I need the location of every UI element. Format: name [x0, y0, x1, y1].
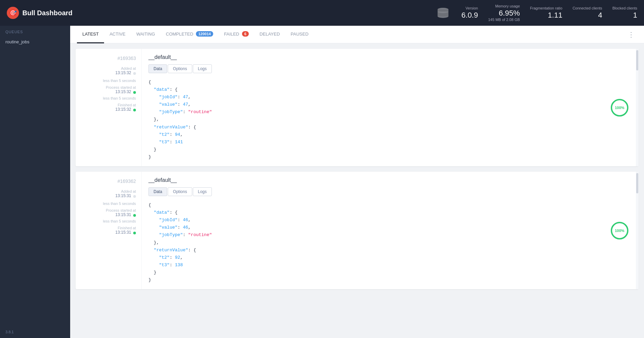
progress-text-1: 100% [615, 229, 624, 233]
dot-added-1 [133, 195, 136, 198]
sidebar-section-queues: QUEUES [0, 26, 70, 36]
wait-label-1: less than 5 seconds [81, 202, 136, 206]
tabs-bar: LATEST ACTIVE WAITING COMPLETED 120014 F… [70, 26, 644, 43]
tab-latest[interactable]: LATEST [77, 26, 104, 43]
job-content-1: __default__ Data Options Logs { "data": … [142, 172, 636, 289]
job-tabs-0: Data Options Logs [148, 64, 629, 73]
logo-icon: 🎯 [7, 7, 19, 19]
finished-time-0: 13:15:32 [115, 107, 131, 112]
dot-added-0 [133, 72, 136, 75]
app-title: Bull Dashboard [22, 9, 73, 17]
stat-fragmentation: Fragmentation ratio 1.11 [530, 6, 562, 20]
job-content-0: __default__ Data Options Logs { "data": … [142, 49, 636, 166]
sidebar: QUEUES routine_jobs 3.8.1 [0, 26, 70, 338]
job-tab-data-1[interactable]: Data [148, 187, 167, 196]
process-label-0: Process started at [81, 85, 136, 89]
process-wait-0: less than 5 seconds [81, 96, 136, 100]
stat-blocked-clients: Blocked clients 1 [612, 6, 637, 20]
added-label-0: Added at [81, 66, 136, 70]
sidebar-version: 3.8.1 [0, 326, 70, 338]
header-stats: Version 6.0.9 Memory usage 6.95% 145 MB … [435, 4, 637, 22]
wait-label-0: less than 5 seconds [81, 79, 136, 83]
scrollbar-thumb-1[interactable] [636, 173, 638, 193]
job-tab-data-0[interactable]: Data [148, 64, 167, 73]
job-meta-0: #169363 Added at 13:15:32 less than 5 se… [76, 49, 142, 166]
tab-failed[interactable]: FAILED 6 [219, 26, 254, 43]
added-time-0: 13:15:32 [115, 70, 131, 75]
process-time-1: 13:15:31 [115, 212, 131, 217]
completed-badge: 120014 [196, 31, 213, 37]
tab-completed[interactable]: COMPLETED 120014 [160, 26, 219, 43]
job-tabs-1: Data Options Logs [148, 187, 629, 196]
scrollbar-thumb-0[interactable] [636, 50, 638, 70]
job-meta-1: #169362 Added at 13:15:31 less than 5 se… [76, 172, 142, 289]
tab-paused[interactable]: PAUSED [285, 26, 314, 43]
tab-delayed[interactable]: DELAYED [254, 26, 285, 43]
added-time-1: 13:15:31 [115, 193, 131, 198]
sidebar-item-routine-jobs[interactable]: routine_jobs [0, 36, 70, 48]
tabs-more-button[interactable]: ⋮ [625, 29, 637, 40]
finished-label-1: Finished at [81, 226, 136, 230]
svg-rect-4 [438, 9, 448, 12]
job-tab-logs-0[interactable]: Logs [193, 64, 212, 73]
job-tab-options-1[interactable]: Options [168, 187, 192, 196]
job-card-1: #169362 Added at 13:15:31 less than 5 se… [76, 172, 639, 289]
process-label-1: Process started at [81, 208, 136, 212]
job-id-0: #169363 [81, 56, 136, 61]
stat-connected-clients: Connected clients 4 [572, 6, 602, 20]
app-logo: 🎯 Bull Dashboard [7, 7, 435, 19]
tab-waiting[interactable]: WAITING [131, 26, 160, 43]
added-label-1: Added at [81, 189, 136, 193]
job-list: #169363 Added at 13:15:32 less than 5 se… [70, 43, 644, 338]
progress-circle-0: 100% [610, 98, 629, 117]
main-content: LATEST ACTIVE WAITING COMPLETED 120014 F… [70, 26, 644, 338]
dot-process-1 [133, 214, 136, 217]
process-time-0: 13:15:32 [115, 89, 131, 94]
job-name-1: __default__ [148, 177, 629, 183]
job-card-0: #169363 Added at 13:15:32 less than 5 se… [76, 49, 639, 166]
progress-text-0: 100% [615, 106, 624, 110]
redis-icon [435, 5, 451, 21]
job-name-0: __default__ [148, 54, 629, 60]
job-tab-logs-1[interactable]: Logs [193, 187, 212, 196]
finished-label-0: Finished at [81, 103, 136, 107]
finished-time-1: 13:15:31 [115, 230, 131, 235]
stat-version: Version 6.0.9 [461, 6, 478, 20]
dot-finished-1 [133, 232, 136, 234]
dot-process-0 [133, 91, 136, 94]
progress-circle-1: 100% [610, 221, 629, 240]
scrollbar-area-1 [636, 172, 639, 289]
main-layout: QUEUES routine_jobs 3.8.1 LATEST ACTIVE … [0, 26, 644, 338]
stat-memory: Memory usage 6.95% 145 MB of 2.08 GB [488, 4, 520, 22]
process-wait-1: less than 5 seconds [81, 219, 136, 223]
job-json-1: { "data": { "jobId": 46, "value": 46, "j… [148, 202, 629, 284]
failed-badge: 6 [242, 31, 249, 37]
dot-finished-0 [133, 109, 136, 111]
job-id-1: #169362 [81, 178, 136, 184]
job-tab-options-0[interactable]: Options [168, 64, 192, 73]
scrollbar-area-0 [636, 49, 639, 166]
job-json-0: { "data": { "jobId": 47, "value": 47, "j… [148, 79, 629, 161]
app-header: 🎯 Bull Dashboard Version 6.0.9 Memory us… [0, 0, 644, 26]
tab-active[interactable]: ACTIVE [104, 26, 131, 43]
